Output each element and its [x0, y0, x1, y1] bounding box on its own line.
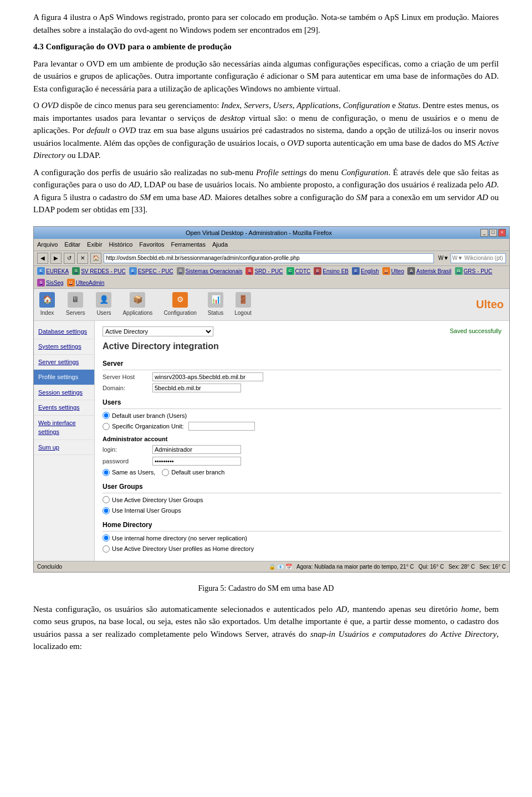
home-dir-section-label: Home Directory	[103, 520, 502, 532]
paragraph-3: O OVD dispõe de cinco menus para seu ger…	[33, 99, 499, 162]
ad-groups-radio[interactable]	[103, 496, 110, 503]
home-button[interactable]: 🏠	[90, 253, 101, 264]
browser-toolbar: ◀ ▶ ↺ ✕ 🏠 W▼	[34, 251, 509, 266]
bookmark-espec[interactable]: E ESPEC - PUC	[129, 267, 173, 275]
bookmark-sisseg[interactable]: S SisSeg	[37, 279, 64, 287]
ad-profiles-radio[interactable]	[103, 545, 110, 553]
internal-groups-radio[interactable]	[103, 507, 110, 514]
address-input[interactable]	[104, 253, 434, 263]
browser-menubar: Arquivo Editar Exibir Histórico Favorito…	[34, 239, 509, 251]
server-section-label: Server	[103, 359, 502, 370]
password-label: password	[103, 457, 152, 466]
menu-arquivo[interactable]: Arquivo	[37, 240, 58, 249]
ad-profiles-label: Use Active Directory User profiles as Ho…	[112, 544, 254, 554]
forward-button[interactable]: ▶	[50, 253, 62, 264]
bookmark-eureka[interactable]: E EUREKA	[37, 267, 69, 275]
ad-groups-label: Use Active Directory User Groups	[112, 495, 203, 505]
stop-button[interactable]: ✕	[77, 253, 88, 264]
domain-input[interactable]	[152, 384, 241, 392]
close-button[interactable]: ×	[498, 229, 506, 237]
bookmark-grs-icon: G	[455, 267, 463, 275]
login-row: login:	[103, 445, 502, 454]
login-input[interactable]	[152, 445, 241, 454]
bookmark-cdtc[interactable]: C CDTC	[287, 267, 311, 275]
menu-exibir[interactable]: Exibir	[87, 240, 103, 249]
ulteo-logo: Ulteo	[476, 296, 504, 313]
status-icons: 🔒 📧 📅	[269, 563, 292, 571]
app-sidebar: Database settings System settings Server…	[34, 321, 95, 561]
browser-search-input[interactable]	[451, 253, 506, 263]
figure-caption: Figura 5: Cadastro do SM em uma base AD	[33, 583, 499, 594]
menu-editar[interactable]: Editar	[64, 240, 80, 249]
database-type-dropdown[interactable]: Active Directory LDAP Local	[103, 326, 213, 336]
status-icon: 📊	[208, 292, 223, 308]
bookmark-srd[interactable]: S SRD - PUC	[245, 267, 283, 275]
status-left: Concluído	[37, 563, 62, 571]
server-host-label: Server Host	[103, 372, 152, 382]
sidebar-sum-up[interactable]: Sum up	[34, 440, 94, 456]
sidebar-database-settings[interactable]: Database settings	[34, 324, 94, 340]
nav-index[interactable]: 🏠 Index	[39, 292, 55, 317]
default-branch-radio[interactable]	[103, 412, 110, 419]
bookmark-sv-redes[interactable]: S SV REDES - PUC	[72, 267, 126, 275]
servers-icon: 🖥	[68, 292, 83, 308]
nav-status[interactable]: 📊 Status	[208, 292, 223, 317]
paragraph-2: Para levantar o OVD em um ambiente de pr…	[33, 58, 499, 95]
minimize-button[interactable]: _	[480, 229, 488, 237]
user-groups-section-label: User Groups	[103, 482, 502, 493]
section-heading: 4.3 Configuração do OVD para o ambiente …	[33, 40, 499, 53]
specific-ou-radio[interactable]	[103, 423, 110, 430]
same-as-row: Same as Users, Default user branch	[103, 468, 502, 477]
bookmark-ensino[interactable]: E Ensino EB	[314, 267, 349, 275]
browser-window: Open Virtual Desktop - Administration - …	[33, 226, 510, 573]
nav-configuration[interactable]: ⚙ Configuration	[163, 292, 196, 317]
bookmark-ulteoadmin[interactable]: U UlteoAdmin	[67, 279, 105, 287]
menu-ferramentas[interactable]: Ferramentas	[171, 240, 206, 249]
ou-input[interactable]	[188, 422, 255, 431]
back-button[interactable]: ◀	[37, 253, 48, 264]
default-branch-admin-radio[interactable]	[162, 469, 169, 476]
same-as-users-radio[interactable]	[103, 469, 110, 476]
browser-titlebar: Open Virtual Desktop - Administration - …	[34, 227, 509, 239]
configuration-icon: ⚙	[172, 292, 188, 308]
bookmark-ulteo[interactable]: U Ulteo	[382, 267, 404, 275]
status-right: 🔒 📧 📅 Agora: Nublada na maior parte do t…	[269, 563, 506, 571]
temp2: Sex: 28° C	[448, 563, 475, 571]
browser-controls: _ □ ×	[480, 229, 506, 237]
sidebar-events-settings[interactable]: Events settings	[34, 400, 94, 416]
bookmark-so[interactable]: S Sistemas Operacionais	[177, 267, 243, 275]
nav-servers[interactable]: 🖥 Servers	[66, 292, 85, 317]
nav-users[interactable]: 👤 Users	[96, 292, 111, 317]
ad-profiles-radio-row: Use Active Directory User profiles as Ho…	[103, 544, 502, 554]
sidebar-session-settings[interactable]: Session settings	[34, 385, 94, 401]
specific-ou-label: Specific Organization Unit:	[112, 422, 184, 431]
internal-groups-label: Use Internal User Groups	[112, 506, 181, 515]
sidebar-web-interface-settings[interactable]: Web interface settings	[34, 416, 94, 440]
sidebar-server-settings[interactable]: Server settings	[34, 355, 94, 370]
nav-logout[interactable]: 🚪 Logout	[234, 292, 252, 317]
bookmarks-bar: E EUREKA S SV REDES - PUC E ESPEC - PUC …	[34, 266, 509, 289]
sidebar-system-settings[interactable]: System settings	[34, 339, 94, 355]
bookmark-grs[interactable]: G GRS - PUC	[455, 267, 493, 275]
saved-message: Saved successfully	[449, 326, 502, 336]
internal-home-radio[interactable]	[103, 534, 110, 541]
page-title: Active Directory integration	[103, 340, 502, 353]
domain-label: Domain:	[103, 384, 152, 393]
password-input[interactable]	[152, 457, 241, 466]
app-navigation: 🏠 Index 🖥 Servers 👤 Users 📦 Applications…	[34, 289, 509, 321]
bookmark-ensino-icon: E	[314, 267, 321, 275]
bookmark-english[interactable]: E English	[352, 267, 379, 275]
default-branch-admin-label: Default user branch	[171, 468, 224, 477]
reload-button[interactable]: ↺	[64, 253, 75, 264]
menu-historico[interactable]: Histórico	[109, 240, 133, 249]
sidebar-profile-settings[interactable]: Profile settings	[34, 370, 94, 385]
bookmark-asterisk[interactable]: A Asterisk Brasil	[407, 267, 451, 275]
menu-ajuda[interactable]: Ajuda	[212, 240, 228, 249]
server-host-input[interactable]	[152, 372, 263, 381]
default-branch-radio-row: Default user branch (Users)	[103, 411, 502, 421]
browser-statusbar: Concluído 🔒 📧 📅 Agora: Nublada na maior …	[34, 561, 509, 572]
menu-favoritos[interactable]: Favoritos	[139, 240, 164, 249]
nav-applications[interactable]: 📦 Applications	[122, 292, 152, 317]
maximize-button[interactable]: □	[489, 229, 497, 237]
bookmark-so-icon: S	[177, 267, 185, 275]
